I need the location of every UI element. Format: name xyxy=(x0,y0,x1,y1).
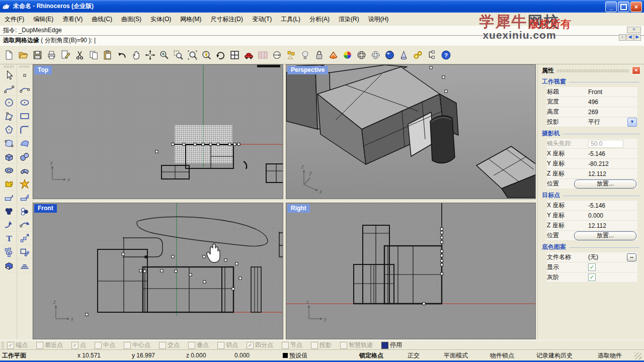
statusbar-2[interactable]: y 16.997 xyxy=(130,352,184,359)
menu-item-11[interactable]: 渲染(R) xyxy=(334,13,364,26)
viewport-top[interactable]: Top xyxy=(33,64,283,199)
lamp-icon[interactable] xyxy=(298,48,311,61)
osnap-checkbox[interactable] xyxy=(95,342,102,349)
render-cube-icon[interactable] xyxy=(3,259,16,273)
minimize-button[interactable]: _ xyxy=(605,2,617,12)
options-icon[interactable] xyxy=(411,48,424,61)
maximize-button[interactable] xyxy=(618,2,629,12)
property-value[interactable]: (无) xyxy=(588,253,598,261)
viewport-perspective[interactable]: Perspective xyxy=(286,64,536,199)
make2d-icon[interactable] xyxy=(18,245,32,259)
visibility-icon[interactable] xyxy=(327,48,340,61)
osnap-checkbox[interactable] xyxy=(217,342,224,349)
print-icon[interactable] xyxy=(45,48,58,61)
cut-icon[interactable] xyxy=(73,48,86,61)
wireframe-display-icon[interactable] xyxy=(355,48,368,61)
viewport-right-label[interactable]: Right xyxy=(287,204,310,213)
menu-item-2[interactable]: 查看(V) xyxy=(58,13,87,26)
place-button[interactable]: 放置... xyxy=(574,179,636,189)
undo-view-icon[interactable] xyxy=(214,48,227,61)
menu-item-10[interactable]: 分析(A) xyxy=(305,13,334,26)
menu-item-12[interactable]: 说明(H) xyxy=(364,13,393,26)
command-prompt-line[interactable]: 选取网格边缘 ( 分割角度(B)=90 ): | xyxy=(0,35,644,45)
place-button[interactable]: 放置... xyxy=(574,231,636,240)
sphere-icon[interactable] xyxy=(18,150,32,164)
polyline-icon[interactable] xyxy=(3,110,16,123)
title-bar[interactable]: 未命名 - Rhinoceros (企业版) _ × xyxy=(0,0,644,13)
osnap-checkbox[interactable]: ✓ xyxy=(247,342,254,349)
viewport-front-canvas[interactable]: z x xyxy=(33,203,283,339)
ghosted-display-icon[interactable] xyxy=(369,48,382,61)
cplane-icon[interactable] xyxy=(270,48,283,61)
menu-item-8[interactable]: 变动(T) xyxy=(248,13,276,26)
close-button[interactable]: × xyxy=(630,2,642,12)
browse-file-button[interactable]: .. xyxy=(627,253,636,261)
statusbar-1[interactable]: x 10.571 xyxy=(75,352,130,359)
four-viewports-icon[interactable] xyxy=(228,48,241,61)
osnap-toggle[interactable]: 节点 xyxy=(282,341,302,349)
osnap-checkbox[interactable] xyxy=(159,342,166,349)
osnap-toggle[interactable]: ✓点 xyxy=(71,341,86,349)
viewport-front[interactable]: Front xyxy=(33,203,283,339)
scroll-left-icon[interactable]: ◀ xyxy=(626,34,633,41)
osnap-toggle[interactable]: 垂点 xyxy=(188,341,209,349)
palette-grip[interactable] xyxy=(4,65,14,68)
property-value[interactable]: 平行 xyxy=(588,118,600,126)
statusbar-7[interactable]: 正交 xyxy=(406,351,442,360)
menu-item-7[interactable]: 尺寸标注(D) xyxy=(206,13,248,26)
curved-surface-icon[interactable] xyxy=(18,137,32,150)
panel-grip[interactable] xyxy=(557,69,629,72)
statusbar-8[interactable]: 平面模式 xyxy=(442,351,488,360)
statusbar-4[interactable]: 0.000 xyxy=(232,352,281,359)
select-icon[interactable] xyxy=(3,69,16,82)
zoom-in-icon[interactable] xyxy=(157,48,171,61)
mesh-icon[interactable] xyxy=(18,164,32,177)
scroll-right-icon[interactable]: ▶ xyxy=(634,34,641,41)
statusbar-10[interactable]: 记录建构历史 xyxy=(534,351,596,360)
viewport-front-label[interactable]: Front xyxy=(34,204,57,213)
rotate-view-icon[interactable] xyxy=(143,48,156,61)
open-file-icon[interactable] xyxy=(17,48,30,61)
menu-item-5[interactable]: 实体(O) xyxy=(146,13,176,26)
statusbar-6[interactable]: 锁定格点 xyxy=(357,351,406,360)
ellipse-icon[interactable] xyxy=(18,96,32,110)
fillet-curve-icon[interactable] xyxy=(18,123,32,137)
named-views-icon[interactable] xyxy=(242,48,255,61)
pan-icon[interactable] xyxy=(129,48,142,61)
block-icon[interactable] xyxy=(3,245,16,259)
scale-icon[interactable] xyxy=(18,232,32,245)
osnap-grip[interactable] xyxy=(2,342,4,348)
viewport-top-label[interactable]: Top xyxy=(34,66,52,74)
boolean-union-icon[interactable] xyxy=(3,177,16,191)
menu-item-9[interactable]: 工具(L) xyxy=(276,13,305,26)
viewport-top-canvas[interactable]: y x xyxy=(33,65,283,199)
osnap-toggle[interactable]: ✓四分点 xyxy=(247,341,273,349)
menu-item-0[interactable]: 文件(F) xyxy=(0,13,29,26)
scroll-updown-icon[interactable]: ↕ xyxy=(619,34,626,41)
menu-item-6[interactable]: 网格(M) xyxy=(176,13,206,26)
osnap-checkbox[interactable]: ✓ xyxy=(71,342,78,349)
statusbar-0[interactable]: 工作平面 xyxy=(0,351,75,360)
zoom-selected-icon[interactable] xyxy=(186,48,199,61)
edit-properties-icon[interactable] xyxy=(59,48,72,61)
color-wheel-icon[interactable] xyxy=(341,48,354,61)
chamfer-edge-icon[interactable] xyxy=(18,191,32,205)
osnap-checkbox[interactable] xyxy=(36,342,43,349)
save-icon[interactable] xyxy=(31,48,44,61)
checkbox-checked[interactable]: ✓ xyxy=(588,274,596,281)
menu-item-1[interactable]: 编辑(E) xyxy=(29,13,58,26)
curve-icon[interactable] xyxy=(18,82,32,96)
osnap-checkbox[interactable] xyxy=(282,342,289,349)
render-cone-icon[interactable] xyxy=(397,48,410,61)
ground-plane-icon[interactable] xyxy=(18,259,32,273)
osnap-checkbox[interactable] xyxy=(188,342,195,349)
statusbar-5[interactable]: 预设值 xyxy=(281,351,357,360)
curve-arrow-icon[interactable] xyxy=(3,218,16,232)
drop-difference-icon[interactable] xyxy=(18,205,32,218)
osnap-toggle[interactable]: 投影 xyxy=(311,341,332,349)
arc-arrow-icon[interactable] xyxy=(18,218,32,232)
new-file-icon[interactable] xyxy=(3,48,16,61)
box-icon[interactable] xyxy=(3,150,16,164)
explode-icon[interactable] xyxy=(18,177,32,191)
rendered-display-icon[interactable] xyxy=(383,48,396,61)
